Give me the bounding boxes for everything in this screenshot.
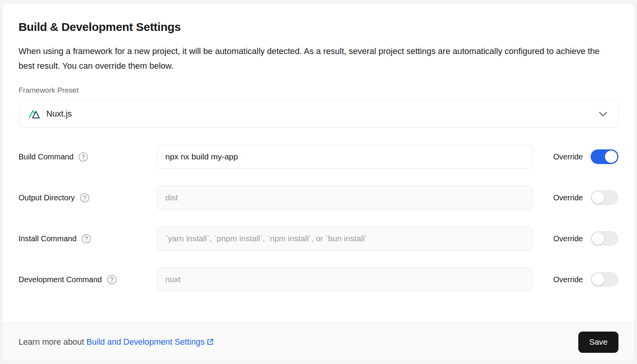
install-command-override-toggle[interactable] (591, 231, 618, 246)
development-command-label: Development Command (19, 275, 102, 284)
output-directory-label: Output Directory (19, 193, 75, 202)
learn-more-link-label: Build and Development Settings (87, 337, 205, 347)
override-label: Override (553, 152, 583, 161)
override-label: Override (553, 275, 583, 284)
build-command-label: Build Command (19, 152, 73, 161)
install-command-label: Install Command (19, 234, 76, 243)
toggle-knob (592, 232, 604, 245)
learn-more-text: Learn more about Build and Development S… (19, 337, 214, 347)
card-body: Build & Development Settings When using … (2, 3, 635, 323)
help-icon[interactable] (82, 234, 91, 244)
build-settings-card: Build & Development Settings When using … (2, 3, 635, 361)
output-directory-override-toggle[interactable] (591, 190, 618, 205)
help-icon[interactable] (78, 152, 88, 162)
chevron-down-icon (599, 112, 607, 117)
toggle-knob (592, 273, 604, 286)
output-directory-row: Output Directory Override (19, 186, 618, 210)
development-command-row: Development Command Override (19, 267, 618, 291)
toggle-knob (592, 191, 604, 204)
page-title: Build & Development Settings (19, 20, 618, 34)
install-command-input[interactable] (157, 227, 533, 251)
override-label: Override (553, 193, 583, 202)
framework-selected-value: Nuxt.js (46, 109, 72, 119)
framework-preset-select[interactable]: Nuxt.js (19, 100, 618, 128)
development-command-input[interactable] (157, 267, 533, 291)
build-command-row: Build Command Override (19, 145, 618, 169)
nuxt-logo-icon (29, 109, 41, 119)
card-footer: Learn more about Build and Development S… (2, 323, 635, 361)
install-command-row: Install Command Override (19, 227, 618, 251)
toggle-knob (605, 151, 617, 163)
save-button[interactable]: Save (578, 332, 618, 353)
learn-more-prefix: Learn more about (19, 337, 84, 347)
development-command-override-toggle[interactable] (591, 272, 618, 287)
help-icon[interactable] (80, 193, 90, 203)
build-command-input[interactable] (157, 145, 533, 169)
learn-more-link[interactable]: Build and Development Settings (87, 337, 214, 347)
framework-preset-label: Framework Preset (19, 86, 618, 95)
settings-rows: Build Command Override (19, 145, 618, 291)
help-icon[interactable] (107, 275, 117, 284)
output-directory-input[interactable] (157, 186, 533, 210)
build-command-override-toggle[interactable] (591, 149, 618, 164)
override-label: Override (553, 234, 583, 243)
external-link-icon (206, 338, 214, 346)
page-description: When using a framework for a new project… (19, 44, 600, 73)
